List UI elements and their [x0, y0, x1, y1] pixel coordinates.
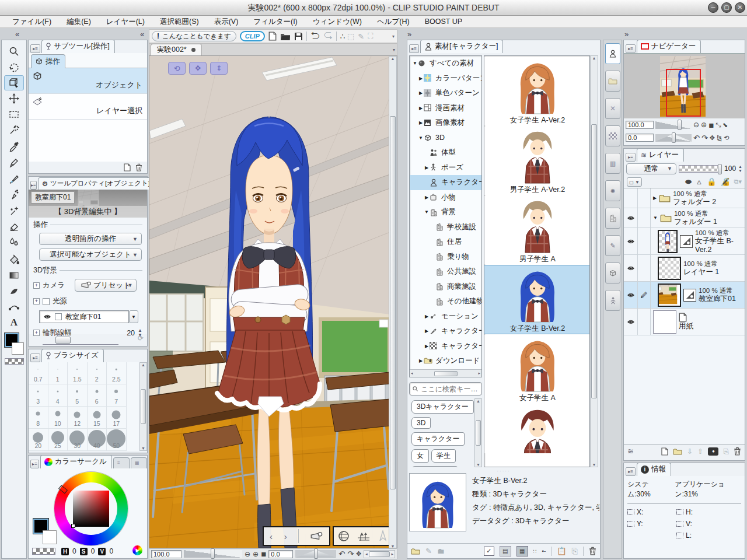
canvas-viewport[interactable]: ⟲ ✥ ⇕ ‹ › ▲▼ [149, 55, 397, 548]
tree-item-motion[interactable]: ▶モーション [410, 309, 481, 324]
subtool-item-layer-select[interactable]: レイヤー選択 [29, 94, 147, 120]
tree-item-download[interactable]: ▶ダウンロード [410, 354, 481, 369]
lightbox-icon[interactable]: 🜂 [696, 178, 703, 186]
background-color-swatch[interactable] [12, 342, 24, 355]
tool-property-tab[interactable]: ⚙ ツールプロパティ[オブジェクト] [38, 177, 155, 190]
tool-zoom[interactable] [4, 44, 24, 59]
tree-item-commercial[interactable]: 商業施設 [410, 279, 481, 295]
tag-3d-character[interactable]: 3Dキャラクター [411, 400, 474, 414]
collapse-left-panels-icon[interactable]: « [140, 30, 144, 38]
layer-row-layer1[interactable]: 100 % 通常レイヤー 1 [624, 255, 745, 282]
material-tag-scrollbar[interactable]: ▲▼ [474, 398, 482, 467]
brush-size-cell[interactable]: 30 [68, 429, 88, 451]
tool-brush[interactable] [4, 172, 24, 187]
brush-size-cell[interactable]: 6 [88, 384, 107, 407]
blend-mode-dropdown[interactable]: 通常▼ [626, 163, 676, 174]
layer-row-folder2[interactable]: ▶ 100 % 通常フォルダー 2 [624, 188, 745, 208]
subtool-panel-menu-icon[interactable]: ▸≡ [30, 44, 40, 53]
delete-layer-icon[interactable] [734, 447, 741, 456]
folder-shortcut-none[interactable]: ✕ [605, 98, 620, 119]
folder-shortcut-image[interactable] [605, 71, 620, 92]
background-color-swatch[interactable] [43, 530, 57, 544]
edit-material-icon[interactable]: ✎ [425, 547, 432, 555]
navigator-zoom-slider[interactable] [655, 121, 692, 129]
delete-material-icon[interactable] [589, 547, 596, 555]
tree-item-all-materials[interactable]: ▼すべての素材 [410, 56, 481, 71]
menu-file[interactable]: ファイル(F) [5, 17, 59, 27]
tree-item-school[interactable]: 学校施設 [410, 220, 481, 235]
background-checkbox[interactable] [55, 313, 62, 320]
menu-selection[interactable]: 選択範囲(S) [152, 17, 207, 27]
merge-to-lower-icon[interactable]: ⇧ [697, 447, 703, 456]
outline-width-slider-thumb[interactable] [55, 337, 71, 344]
layer-opacity-slider[interactable] [679, 165, 722, 173]
tool-text[interactable]: A [4, 315, 24, 330]
new-layer-icon[interactable] [661, 447, 668, 456]
nav-reset-rotation-icon[interactable]: ✥ [710, 134, 715, 142]
layer-panel-menu-icon[interactable]: ▸≡ [626, 153, 636, 162]
command-bar-overflow-icon[interactable]: ▾ [392, 34, 395, 39]
delete-subtool-icon[interactable] [135, 163, 142, 172]
navigator-view-frame[interactable] [666, 69, 701, 117]
navigator-rotation-value[interactable]: 0.0 [626, 134, 654, 142]
layer-row-folder1[interactable]: ▼ 100 % 通常フォルダー 1 [624, 208, 745, 228]
tool-eraser[interactable] [4, 219, 24, 234]
navigator-preview[interactable] [624, 53, 745, 118]
navigator-menu-icon[interactable]: ▸≡ [626, 44, 636, 53]
subtool-group-tab[interactable]: 操作 [31, 54, 65, 68]
tree-item-mono-pattern[interactable]: ▶単色パターン [410, 86, 481, 101]
brush-size-cell[interactable]: 4 [48, 384, 68, 407]
transfer-to-lower-icon[interactable]: ⇩ [687, 447, 693, 456]
brush-size-cell[interactable]: 1.5 [68, 362, 88, 384]
folder-shortcut-pose[interactable] [605, 290, 620, 311]
folder-shortcut-background[interactable] [605, 208, 620, 229]
material-panel-menu-icon[interactable]: ▸≡ [409, 44, 419, 53]
save-icon[interactable] [294, 32, 303, 41]
brush-size-cell[interactable]: 5 [68, 384, 88, 407]
grid-view-icon[interactable]: ▦ [516, 546, 528, 556]
brush-size-cell[interactable]: 17 [107, 407, 127, 429]
lock-layer-icon[interactable]: 🔒 [707, 177, 716, 186]
transparent-operation-dropdown[interactable]: 透明箇所の操作▼ [39, 233, 142, 245]
folder-shortcut-effect[interactable]: ✺ [605, 180, 620, 201]
menu-filter[interactable]: フィルター(I) [246, 17, 305, 27]
tool-gradient[interactable] [4, 268, 24, 283]
minimize-button[interactable]: ─ [708, 2, 718, 13]
color-slider-tab[interactable]: ≡ [113, 457, 130, 468]
transparent-swatch[interactable] [32, 548, 55, 555]
search-input[interactable] [421, 383, 479, 395]
canvas-rotation-slider[interactable] [295, 550, 336, 558]
tag-student[interactable]: 学生 [431, 449, 456, 463]
tool-auto-select-wand[interactable] [4, 123, 24, 138]
new-layer-folder-icon[interactable] [673, 448, 682, 455]
tool-figure[interactable] [4, 284, 24, 299]
tree-item-vehicle[interactable]: 乗り物 [410, 250, 481, 265]
subtool-item-object[interactable]: オブジェクト [29, 68, 147, 94]
canvas-zoom-slider[interactable] [184, 550, 242, 558]
outline-width-stepper[interactable]: ▲▼ [138, 328, 142, 338]
nav-flip-reset-icon[interactable]: ⬊ [722, 121, 728, 129]
canvas-tab[interactable]: 実験002* [151, 44, 202, 55]
info-panel-menu-icon[interactable]: ▸≡ [626, 467, 636, 476]
brush-size-tab[interactable]: ブラシサイズ [41, 349, 104, 362]
canvas-horizontal-scrollbar[interactable]: ◂▸ [364, 550, 395, 558]
canvas-zoom-value[interactable]: 100.0 [151, 550, 181, 558]
nav-fit-icon[interactable]: ◼ [708, 121, 714, 129]
material-item[interactable] [484, 403, 590, 453]
material-search-box[interactable] [409, 382, 482, 396]
layer-panel-footer-icon[interactable]: ≋ [627, 447, 634, 456]
nav-rotate-right-icon[interactable]: ↷ [701, 134, 708, 142]
layer-visible-eye-icon[interactable] [627, 265, 635, 271]
tool-decoration[interactable] [4, 203, 24, 218]
paste-material-icon[interactable]: 📋 [557, 547, 566, 555]
brush-size-cell[interactable]: 10 [48, 407, 68, 429]
menu-help[interactable]: ヘルプ(H) [369, 17, 417, 27]
folder-shortcut-edit[interactable]: ✎ [605, 235, 620, 256]
brush-size-cell[interactable]: 40 [88, 429, 107, 451]
brush-size-cell[interactable]: 12 [68, 407, 88, 429]
layer-row-classroom[interactable]: 🖉 100 % 通常教室廊下01 [624, 282, 745, 309]
menu-window[interactable]: ウィンドウ(W) [305, 17, 369, 27]
paper-plane-icon[interactable] [378, 530, 388, 542]
layer-color-dropdown[interactable]: ▢ ▼ [627, 177, 642, 187]
info-tab[interactable]: i 情報 [637, 463, 671, 476]
